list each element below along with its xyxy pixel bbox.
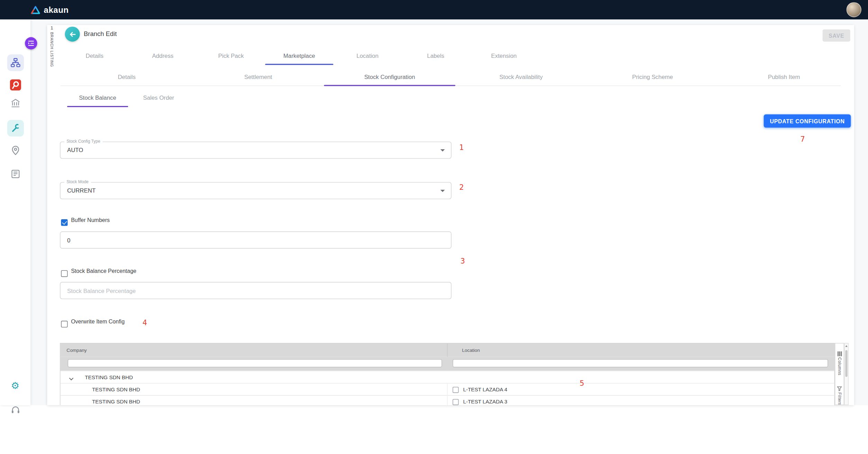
tab-location[interactable]: Location: [333, 46, 401, 65]
akaun-triangle-icon: [30, 5, 40, 14]
company-cell: TESTING SDN BHD: [92, 396, 140, 405]
pdf-icon: [9, 79, 21, 91]
brand-logo[interactable]: akaun: [30, 5, 69, 14]
overwrite-item-config-checkbox[interactable]: [61, 321, 67, 327]
tab-publish-item[interactable]: Publish Item: [718, 67, 850, 86]
grid-header: Company Location: [61, 344, 834, 357]
arrow-left-icon: [69, 30, 76, 38]
brand-name: akaun: [44, 5, 69, 14]
location-checkbox[interactable]: [453, 399, 459, 405]
tab-labels[interactable]: Labels: [401, 46, 470, 65]
sidebar-item-pdf[interactable]: [9, 79, 21, 91]
filters-button-label: Filters: [837, 393, 842, 405]
headset-icon: [10, 405, 20, 415]
stock-config-type-value: AUTO: [67, 142, 83, 158]
tab-stock-availability[interactable]: Stock Availability: [455, 67, 587, 86]
stock-config-type-select[interactable]: AUTO: [60, 142, 451, 159]
tab-mp-details[interactable]: Details: [61, 67, 192, 86]
stock-config-type-label: Stock Config Type: [64, 139, 102, 144]
group-row-label: TESTING SDN BHD: [85, 371, 133, 383]
company-filter-input[interactable]: [68, 359, 442, 367]
tab-settlement[interactable]: Settlement: [192, 67, 324, 86]
grid-sidebar-buttons: Columns Filters: [835, 343, 844, 405]
location-cell: L-TEST LAZADA 4: [463, 383, 507, 395]
update-configuration-button[interactable]: UPDATE CONFIGURATION: [764, 114, 851, 127]
tab-pick-pack[interactable]: Pick Pack: [197, 46, 265, 65]
active-tab-underline: [265, 64, 333, 65]
sidebar-item-organization[interactable]: [10, 98, 20, 108]
tab-pricing-scheme[interactable]: Pricing Scheme: [587, 67, 718, 86]
sidebar-item-device[interactable]: [10, 169, 20, 179]
save-button[interactable]: SAVE: [823, 29, 850, 42]
location-checkbox[interactable]: [453, 386, 459, 393]
rail-label: BRANCH LISTING: [50, 32, 54, 67]
back-button[interactable]: [65, 27, 80, 42]
active-tab-underline: [67, 106, 128, 107]
building-icon: [10, 98, 20, 108]
buffer-numbers-label: Buffer Numbers: [71, 217, 110, 223]
buffer-numbers-checkbox[interactable]: [61, 219, 67, 226]
annotation-5: 5: [580, 379, 584, 388]
stock-mode-label: Stock Mode: [64, 179, 91, 184]
overwrite-item-config-label: Overwrite Item Config: [71, 319, 125, 325]
branch-edit-card: Branch Edit SAVE Details Address Pick Pa…: [47, 25, 854, 405]
buffer-numbers-input[interactable]: [60, 231, 451, 249]
stock-balance-percentage-label: Stock Balance Percentage: [71, 268, 136, 274]
columns-button-label: Columns: [837, 357, 842, 375]
hierarchy-icon: [10, 58, 20, 68]
tab-marketplace[interactable]: Marketplace: [265, 46, 333, 65]
app-sidebar: ⚙: [0, 19, 30, 405]
tabs-level1: Details Address Pick Pack Marketplace Lo…: [61, 46, 841, 65]
sidebar-expand-button[interactable]: [25, 37, 37, 49]
annotation-4: 4: [143, 319, 147, 327]
table-row[interactable]: TESTING SDN BHD L-TEST LAZADA 4: [61, 383, 834, 395]
stock-balance-percentage-checkbox[interactable]: [61, 270, 67, 277]
user-avatar[interactable]: [847, 2, 861, 17]
column-header-location[interactable]: Location: [462, 344, 480, 357]
indent-menu-icon: [28, 41, 34, 46]
rail-index: 1: [51, 26, 53, 30]
chevron-down-icon: [440, 190, 445, 192]
column-header-company[interactable]: Company: [66, 344, 87, 357]
grid-vertical-scrollbar[interactable]: [844, 343, 849, 405]
cell-divider: [447, 383, 448, 395]
stock-balance-percentage-input[interactable]: [60, 282, 451, 299]
annotation-1: 1: [459, 143, 464, 151]
scrollbar-thumb[interactable]: [845, 350, 847, 377]
columns-icon: [837, 351, 842, 356]
map-pin-icon: [11, 145, 20, 155]
chevron-down-icon: [440, 149, 445, 151]
annotation-7: 7: [801, 135, 805, 143]
tab-stock-configuration[interactable]: Stock Configuration: [324, 67, 455, 86]
location-filter-input[interactable]: [453, 359, 828, 367]
location-cell: L-TEST LAZADA 3: [463, 396, 507, 405]
branch-listing-rail: 1 BRANCH LISTING: [48, 26, 55, 67]
tab-address[interactable]: Address: [129, 46, 197, 65]
filters-panel-button[interactable]: Filters: [837, 386, 842, 405]
wrench-icon: [10, 123, 20, 133]
tab-details[interactable]: Details: [61, 46, 129, 65]
tab-extension[interactable]: Extension: [470, 46, 538, 65]
sidebar-item-support[interactable]: [10, 405, 20, 415]
cell-divider: [447, 396, 448, 405]
tab-sales-order[interactable]: Sales Order: [128, 88, 189, 107]
sidebar-item-hierarchy[interactable]: [7, 54, 24, 71]
active-tab-underline: [324, 84, 455, 86]
sidebar-item-tools[interactable]: [7, 120, 24, 136]
gear-icon: ⚙: [11, 381, 19, 391]
tab-stock-balance[interactable]: Stock Balance: [67, 88, 128, 107]
tabs-level3: Stock Balance Sales Order: [67, 88, 189, 107]
group-row[interactable]: TESTING SDN BHD: [61, 371, 834, 383]
sidebar-item-settings[interactable]: ⚙: [11, 381, 19, 391]
chevron-down-icon[interactable]: [69, 376, 74, 382]
topbar: akaun: [0, 0, 868, 19]
columns-panel-button[interactable]: Columns: [837, 351, 842, 375]
scroll-up-arrow[interactable]: [845, 345, 847, 347]
sidebar-item-location[interactable]: [11, 145, 20, 155]
stock-mode-select[interactable]: CURRENT: [60, 182, 451, 199]
company-cell: TESTING SDN BHD: [92, 383, 140, 395]
app-window: akaun: [0, 0, 868, 454]
grid-filter-row: [61, 357, 834, 371]
table-row[interactable]: TESTING SDN BHD L-TEST LAZADA 3: [61, 395, 834, 405]
annotation-2: 2: [459, 183, 464, 192]
